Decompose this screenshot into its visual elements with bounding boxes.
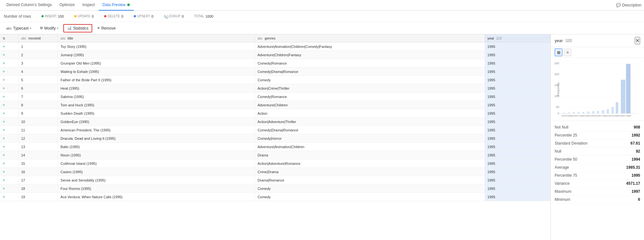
stat-name: Percentile 75 [555, 173, 577, 178]
add-icon[interactable]: + [3, 102, 5, 107]
add-icon[interactable]: + [3, 128, 5, 132]
add-row-cell[interactable]: + [0, 109, 18, 118]
add-icon[interactable]: + [3, 94, 5, 99]
year-cell: 1995 [485, 118, 550, 126]
movieid-cell: 15 [18, 159, 58, 168]
add-row-cell[interactable]: + [0, 159, 18, 168]
active-dot [127, 4, 130, 6]
add-row-cell[interactable]: + [0, 143, 18, 151]
add-icon[interactable]: + [3, 194, 5, 199]
chart-container: Frequency 250 200 150 100 50 0 [551, 58, 644, 121]
close-stats-button[interactable]: ✕ [635, 37, 640, 44]
add-icon[interactable]: + [3, 77, 5, 82]
histogram-icon[interactable]: ▦ [555, 49, 562, 56]
svg-text:1992: 1992 [619, 114, 625, 117]
stat-value: 1985.31 [626, 165, 640, 170]
movieid-cell: 9 [18, 109, 58, 118]
add-icon[interactable]: + [3, 44, 5, 49]
table-row: + 10 GoldenEye (1995) Action|Adventure|T… [0, 118, 550, 126]
nav-data-preview[interactable]: Data Preview [99, 0, 134, 11]
add-row-cell[interactable]: + [0, 93, 18, 101]
svg-rect-21 [583, 112, 584, 113]
add-icon[interactable]: + [3, 119, 5, 124]
year-cell: 1995 [485, 126, 550, 134]
add-icon[interactable]: + [3, 161, 5, 166]
movieid-cell: 6 [18, 84, 58, 93]
year-col-header[interactable]: year 123 [485, 34, 550, 42]
table-row: + 16 Casino (1995) Crime|Drama 1995 [0, 168, 550, 176]
genres-col-header[interactable]: abc genres [255, 34, 485, 42]
modify-button[interactable]: ⚙ Modify ▾ [36, 24, 62, 32]
add-icon[interactable]: + [3, 61, 5, 66]
movieid-cell: 14 [18, 151, 58, 159]
stat-name: Minimum [555, 197, 570, 202]
lookup-icon: 🔍 [164, 15, 166, 17]
insert-dot [41, 15, 44, 17]
add-icon[interactable]: + [3, 169, 5, 174]
statistics-button[interactable]: 📊 Statistics [63, 24, 92, 32]
year-cell: 1995 [485, 42, 550, 51]
stat-value: 4571.17 [626, 181, 640, 186]
add-icon[interactable]: + [3, 153, 5, 157]
stat-name: Standard Deviation [555, 141, 587, 146]
title-cell: Casino (1995) [58, 168, 255, 176]
chat-icon: 💬 [616, 3, 621, 7]
svg-text:1947: 1947 [573, 114, 579, 117]
add-row-cell[interactable]: + [0, 118, 18, 126]
nav-derived-column[interactable]: Derived Column's Settings [3, 0, 56, 11]
nav-optimize[interactable]: Optimize [56, 0, 78, 11]
add-row-cell[interactable]: + [0, 126, 18, 134]
stats-panel: year 123 ✕ ▦ ≡ Frequency 250 200 150 100… [551, 34, 644, 240]
bar-chart-icon[interactable]: ≡ [564, 49, 571, 56]
add-icon[interactable]: + [3, 178, 5, 182]
add-icon[interactable]: + [3, 52, 5, 57]
toolbar: abc Typecast ▾ ⚙ Modify ▾ 📊 Statistics ✕… [0, 22, 644, 34]
add-row-cell[interactable]: + [0, 101, 18, 109]
table-area: ⇅ abc movieId abc title abc genres [0, 34, 551, 240]
genres-cell: Action|Adventure|Thriller [255, 118, 485, 126]
title-col-header[interactable]: abc title [58, 34, 255, 42]
add-row-cell[interactable]: + [0, 42, 18, 51]
nav-inspect[interactable]: Inspect [78, 0, 99, 11]
svg-rect-15 [612, 107, 614, 113]
svg-text:50: 50 [556, 105, 559, 109]
title-cell: Balto (1995) [58, 143, 255, 151]
add-row-cell[interactable]: + [0, 168, 18, 176]
svg-rect-22 [578, 112, 579, 113]
svg-text:1989: 1989 [613, 114, 619, 117]
add-row-cell[interactable]: + [0, 67, 18, 76]
add-row-cell[interactable]: + [0, 176, 18, 184]
y-axis-label: Frequency [557, 82, 560, 96]
upsert-stat: UPSERT 0 [134, 14, 154, 18]
update-dot [74, 15, 76, 17]
add-row-cell[interactable]: + [0, 84, 18, 93]
movieid-col-header[interactable]: abc movieId [18, 34, 58, 42]
add-icon[interactable]: + [3, 144, 5, 149]
table-scroll[interactable]: ⇅ abc movieId abc title abc genres [0, 34, 550, 240]
add-icon[interactable]: + [3, 69, 5, 74]
movieid-cell: 17 [18, 176, 58, 184]
add-row-cell[interactable]: + [0, 134, 18, 143]
stats-list-item: Maximum 1997 [555, 188, 640, 196]
add-row-cell[interactable]: + [0, 151, 18, 159]
add-row-cell[interactable]: + [0, 184, 18, 193]
add-icon[interactable]: + [3, 186, 5, 191]
movieid-cell: 10 [18, 118, 58, 126]
description-button[interactable]: 💬 Description [616, 3, 641, 7]
add-icon[interactable]: + [3, 86, 5, 91]
title-cell: American President, The (1995) [58, 126, 255, 134]
add-row-cell[interactable]: + [0, 76, 18, 84]
year-cell: 1995 [485, 151, 550, 159]
typecast-button[interactable]: abc Typecast ▾ [3, 24, 35, 32]
add-icon[interactable]: + [3, 111, 5, 116]
stats-list-item: Variance 4571.17 [555, 180, 640, 188]
movieid-cell: 4 [18, 67, 58, 76]
title-cell: Four Rooms (1995) [58, 184, 255, 193]
stat-value: 92 [636, 149, 640, 154]
remove-button[interactable]: ✕ Remove [94, 24, 119, 32]
add-icon[interactable]: + [3, 136, 5, 141]
add-row-cell[interactable]: + [0, 193, 18, 201]
add-row-cell[interactable]: + [0, 51, 18, 59]
table-row: + 1 Toy Story (1995) Adventure|Animation… [0, 42, 550, 51]
add-row-cell[interactable]: + [0, 59, 18, 67]
